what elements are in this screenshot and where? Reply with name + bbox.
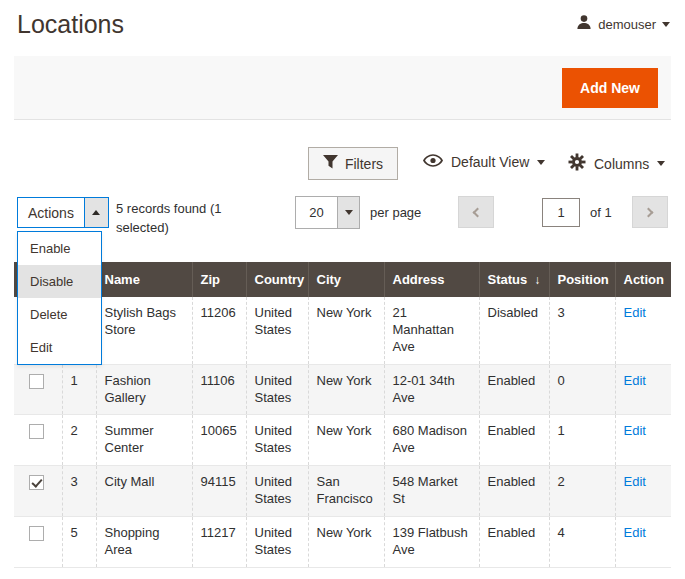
- actions-dropdown-menu: Enable Disable Delete Edit: [17, 231, 102, 365]
- cell-address: 548 Market St: [384, 466, 479, 517]
- chevron-down-icon: [345, 210, 353, 215]
- per-page-toggle[interactable]: [337, 197, 359, 228]
- actions-button-toggle[interactable]: [84, 197, 109, 228]
- row-checkbox[interactable]: [29, 424, 44, 439]
- chevron-down-icon: [662, 22, 670, 27]
- cell-name: Fashion Gallery: [96, 364, 192, 415]
- cell-zip: 11217: [192, 517, 246, 568]
- chevron-down-icon: [657, 161, 665, 166]
- cell-name: Stylish Bags Store: [96, 297, 192, 364]
- cell-position: 2: [549, 466, 615, 517]
- columns-control[interactable]: Columns: [568, 153, 665, 174]
- default-view-label: Default View: [451, 154, 529, 170]
- user-name: demouser: [598, 17, 656, 32]
- cell-country: United States: [246, 297, 308, 364]
- name-header[interactable]: Name: [96, 262, 192, 297]
- sort-desc-icon: ↓: [534, 273, 540, 287]
- table-row: 3 City Mall 94115 United States San Fran…: [14, 466, 671, 517]
- edit-link[interactable]: Edit: [624, 525, 646, 540]
- chevron-down-icon: [537, 160, 545, 165]
- edit-link[interactable]: Edit: [624, 474, 646, 489]
- table-row: 2 Summer Center 10065 United States New …: [14, 415, 671, 466]
- cell-status: Disabled: [479, 297, 549, 364]
- filters-button[interactable]: Filters: [308, 147, 398, 180]
- cell-position: 0: [549, 364, 615, 415]
- country-header[interactable]: Country: [246, 262, 308, 297]
- grid-controls-row: Actions 5 records found (1 selected) 20 …: [0, 196, 685, 232]
- chevron-right-icon: [644, 207, 654, 217]
- edit-link[interactable]: Edit: [624, 373, 646, 388]
- next-page-button[interactable]: [632, 196, 668, 228]
- cell-country: United States: [246, 415, 308, 466]
- cell-country: United States: [246, 364, 308, 415]
- per-page-value: 20: [296, 197, 337, 228]
- cell-position: 1: [549, 415, 615, 466]
- actions-button[interactable]: Actions: [17, 197, 109, 228]
- gear-icon: [568, 153, 586, 174]
- cell-city: New York: [308, 517, 384, 568]
- cell-name: City Mall: [96, 466, 192, 517]
- cell-status: Enabled: [479, 364, 549, 415]
- cell-position: 4: [549, 517, 615, 568]
- cell-id: 3: [62, 466, 96, 517]
- add-new-button[interactable]: Add New: [562, 68, 658, 108]
- action-header: Action: [615, 262, 671, 297]
- cell-zip: 11106: [192, 364, 246, 415]
- cell-address: 139 Flatbush Ave: [384, 517, 479, 568]
- user-menu[interactable]: demouser: [576, 14, 670, 34]
- locations-grid: Name Zip Country City Address Status↓ Po…: [14, 262, 671, 568]
- default-view-control[interactable]: Default View: [423, 154, 545, 170]
- per-page-label: per page: [370, 205, 421, 220]
- edit-link[interactable]: Edit: [624, 423, 646, 438]
- row-checkbox-checked[interactable]: [29, 475, 44, 490]
- cell-city: New York: [308, 297, 384, 364]
- previous-page-button[interactable]: [458, 196, 494, 228]
- cell-status: Enabled: [479, 517, 549, 568]
- cell-address: 680 Madison Ave: [384, 415, 479, 466]
- cell-address: 21 Manhattan Ave: [384, 297, 479, 364]
- cell-country: United States: [246, 466, 308, 517]
- page-title: Locations: [17, 10, 124, 39]
- menu-item-delete[interactable]: Delete: [18, 298, 101, 331]
- chevron-up-icon: [92, 210, 100, 215]
- menu-item-disable[interactable]: Disable: [18, 265, 101, 298]
- cell-country: United States: [246, 517, 308, 568]
- position-header[interactable]: Position: [549, 262, 615, 297]
- cell-zip: 11206: [192, 297, 246, 364]
- grid-header-row: Name Zip Country City Address Status↓ Po…: [14, 262, 671, 297]
- per-page-select[interactable]: 20: [295, 196, 360, 229]
- cell-city: San Francisco: [308, 466, 384, 517]
- zip-header[interactable]: Zip: [192, 262, 246, 297]
- cell-status: Enabled: [479, 415, 549, 466]
- cell-position: 3: [549, 297, 615, 364]
- cell-name: Summer Center: [96, 415, 192, 466]
- records-found-text: 5 records found (1 selected): [116, 200, 268, 238]
- user-icon: [576, 14, 592, 34]
- cell-city: New York: [308, 364, 384, 415]
- table-row: 1 Fashion Gallery 11106 United States Ne…: [14, 364, 671, 415]
- menu-item-edit[interactable]: Edit: [18, 331, 101, 364]
- cell-zip: 10065: [192, 415, 246, 466]
- row-checkbox[interactable]: [29, 526, 44, 541]
- actions-button-label: Actions: [17, 197, 84, 228]
- cell-name: Shopping Area: [96, 517, 192, 568]
- menu-item-enable[interactable]: Enable: [18, 232, 101, 265]
- total-pages-label: of 1: [590, 205, 612, 220]
- city-header[interactable]: City: [308, 262, 384, 297]
- current-page-input[interactable]: [542, 198, 580, 227]
- cell-zip: 94115: [192, 466, 246, 517]
- row-checkbox[interactable]: [29, 374, 44, 389]
- table-row: Stylish Bags Store 11206 United States N…: [14, 297, 671, 364]
- columns-label: Columns: [594, 156, 649, 172]
- cell-address: 12-01 34th Ave: [384, 364, 479, 415]
- cell-id: 1: [62, 364, 96, 415]
- eye-icon: [423, 154, 443, 170]
- edit-link[interactable]: Edit: [624, 305, 646, 320]
- address-header[interactable]: Address: [384, 262, 479, 297]
- grid-toolbar: Filters Default View Columns: [0, 147, 685, 181]
- cell-id: 5: [62, 517, 96, 568]
- page-actions-panel: Add New: [14, 56, 671, 120]
- cell-status: Enabled: [479, 466, 549, 517]
- status-header[interactable]: Status↓: [479, 262, 549, 297]
- table-row: 5 Shopping Area 11217 United States New …: [14, 517, 671, 568]
